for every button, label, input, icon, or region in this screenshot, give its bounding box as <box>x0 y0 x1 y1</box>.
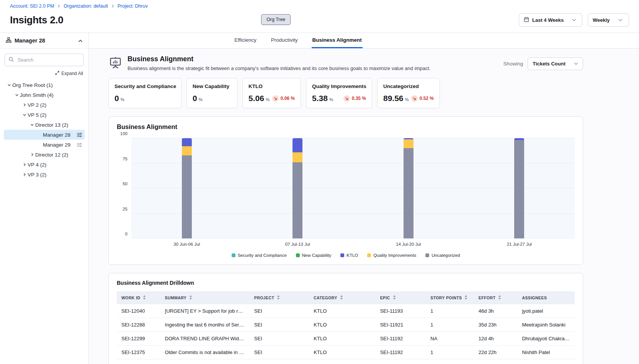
card-value-row: 5.06%0.06 % <box>248 94 295 103</box>
tree-item-vp-2[interactable]: VP 2 (2) <box>4 100 85 110</box>
tree-item-director-12[interactable]: Director 12 (2) <box>4 150 85 160</box>
tree-item-john-smith[interactable]: John Smith (4) <box>4 90 85 100</box>
date-range-select[interactable]: Last 4 Weeks <box>519 13 582 27</box>
sidebar-title: Manager 28 <box>15 38 75 44</box>
summary-card-security-and-compliance: Security and Compliance0% <box>108 78 181 108</box>
tree-item-vp-4[interactable]: VP 4 (2) <box>4 160 85 170</box>
filter-sliders-icon[interactable] <box>77 132 82 137</box>
tree-item-label: Org Tree Root (1) <box>12 82 53 88</box>
table-row[interactable]: SEI-12375Older Commits is not available … <box>117 346 575 359</box>
bar-slot <box>131 138 242 238</box>
card-delta-badge: 0.06 % <box>272 95 295 102</box>
table-row[interactable]: SEI-12288Ingesting the last 6 months of … <box>117 318 575 332</box>
tree-item-manager-28[interactable]: Manager 28 <box>4 130 85 140</box>
table-row[interactable]: SEI-12040[URGENT] EY > Support for job r… <box>117 304 575 318</box>
column-header-effort[interactable]: EFFORT <box>474 291 518 304</box>
breadcrumb-link[interactable]: Account: SEI 2.0 PM <box>10 3 54 9</box>
tree-item-label: Director 13 (2) <box>35 122 68 128</box>
tab-efficiency[interactable]: Efficiency <box>234 33 257 48</box>
bar-segment-quality-improvements <box>404 139 413 149</box>
tree-item-manager-29[interactable]: Manager 29 <box>4 140 85 150</box>
breadcrumb-link[interactable]: Project: Dhruv <box>118 3 148 9</box>
sort-icon[interactable] <box>464 295 468 300</box>
metric-select[interactable]: Tickets Count <box>528 57 583 70</box>
expand-all-link[interactable]: Expand All <box>55 71 83 76</box>
org-tree-button[interactable]: Org Tree <box>261 14 291 25</box>
tree-chevron-right-icon[interactable] <box>29 153 35 157</box>
legend-item-uncategorized[interactable]: Uncategorized <box>425 253 460 258</box>
column-header-epic[interactable]: EPIC <box>376 291 426 304</box>
tree-chevron-right-icon[interactable] <box>21 163 28 166</box>
cell-epic: SEI-11193 <box>376 359 426 364</box>
stacked-bar-30-jun-06-jul[interactable] <box>182 138 192 238</box>
stacked-bar-07-jul-13-jul[interactable] <box>293 138 302 238</box>
card-title: Quality Improvements <box>312 83 366 89</box>
cell-epic: SEI-11193 <box>376 304 426 318</box>
legend-swatch <box>340 253 344 257</box>
legend-item-ktlo[interactable]: KTLO <box>340 253 358 258</box>
tree-chevron-right-icon[interactable] <box>21 173 28 176</box>
legend-item-security-and-compliance[interactable]: Security and Compliance <box>232 253 287 258</box>
content: Business Alignment Business alignment is… <box>89 49 639 364</box>
sort-icon[interactable] <box>276 295 280 300</box>
tree-item-vp-5[interactable]: VP 5 (2) <box>4 110 85 120</box>
tree-chevron-down-icon[interactable] <box>29 123 35 127</box>
trend-down-icon <box>343 95 350 102</box>
cell-effort: 22d 22h <box>474 346 518 359</box>
sort-icon[interactable] <box>498 295 502 300</box>
bar-slot <box>242 138 353 238</box>
tab-business-alignment[interactable]: Business Alignment <box>312 33 363 48</box>
column-header-summary[interactable]: SUMMARY <box>160 291 250 304</box>
table-row[interactable]: SEI-12299DORA TREND LINE GRAPH Widgets i… <box>117 332 575 346</box>
cell-project: SEI <box>250 359 309 364</box>
bar-segment-quality-improvements <box>182 146 192 155</box>
tree-item-org-tree-root[interactable]: Org Tree Root (1) <box>4 80 85 90</box>
tree-item-director-13[interactable]: Director 13 (2) <box>4 120 85 130</box>
filter-sliders-icon[interactable] <box>77 142 82 147</box>
date-range-value: Last 4 Weeks <box>532 17 564 23</box>
card-value: 5.38 <box>312 94 328 103</box>
column-header-project[interactable]: PROJECT <box>250 291 309 304</box>
column-header-category[interactable]: CATEGORY <box>309 291 375 304</box>
sort-icon[interactable] <box>392 295 396 300</box>
granularity-select[interactable]: Weekly <box>588 13 629 27</box>
x-tick-label: 07 Jul-13 Jul <box>242 242 353 246</box>
tree-chevron-down-icon[interactable] <box>6 83 12 87</box>
tab-productivity[interactable]: Productivity <box>270 33 299 48</box>
column-header-label: STORY POINTS <box>430 295 462 300</box>
card-value: 5.06 <box>248 94 264 103</box>
legend-item-new-capability[interactable]: New Capability <box>296 253 332 258</box>
collapse-chevron-up-icon[interactable] <box>78 37 83 44</box>
bar-slot <box>464 138 575 238</box>
y-tick-label: 25 <box>123 207 127 211</box>
table-row[interactable]: SEI-12305EY > Verify if ingestion is wor… <box>117 359 575 364</box>
tree-chevron-right-icon[interactable] <box>21 103 28 107</box>
sort-icon[interactable] <box>189 295 193 300</box>
legend-label: Quality Improvements <box>373 253 416 258</box>
stacked-bar-21-jul-27-jul[interactable] <box>514 138 524 238</box>
tree-item-label: VP 4 (2) <box>28 162 46 168</box>
legend-item-quality-improvements[interactable]: Quality Improvements <box>367 253 416 258</box>
tree-chevron-down-icon[interactable] <box>14 93 20 97</box>
summary-card-new-capability: New Capability0% <box>186 78 237 108</box>
stacked-bar-14-jul-20-jul[interactable] <box>404 138 413 238</box>
tree-item-vp-3[interactable]: VP 3 (2) <box>4 170 85 180</box>
section-title: Business Alignment <box>127 55 503 63</box>
sort-icon[interactable] <box>142 295 146 300</box>
cell-effort: 12d 4h <box>474 332 518 346</box>
breadcrumb-link[interactable]: Organization: default <box>64 3 108 9</box>
y-tick-label: 75 <box>123 157 127 161</box>
search-input[interactable] <box>5 54 84 66</box>
sidebar-search <box>5 54 84 66</box>
bar-segment-ktlo <box>293 138 302 152</box>
column-header-work-id[interactable]: WORK ID <box>117 291 160 304</box>
column-header-label: WORK ID <box>121 295 140 300</box>
summary-card-quality-improvements: Quality Improvements5.38%0.35 % <box>306 78 372 108</box>
tree-item-label: VP 2 (2) <box>28 102 46 108</box>
sort-icon[interactable] <box>340 295 343 300</box>
column-header-story-points[interactable]: STORY POINTS <box>426 291 474 304</box>
cell-work-id: SEI-12040 <box>117 304 160 318</box>
bars-layer <box>131 138 575 238</box>
tree-chevron-down-icon[interactable] <box>21 113 28 117</box>
cell-story-points: 1 <box>426 318 474 332</box>
